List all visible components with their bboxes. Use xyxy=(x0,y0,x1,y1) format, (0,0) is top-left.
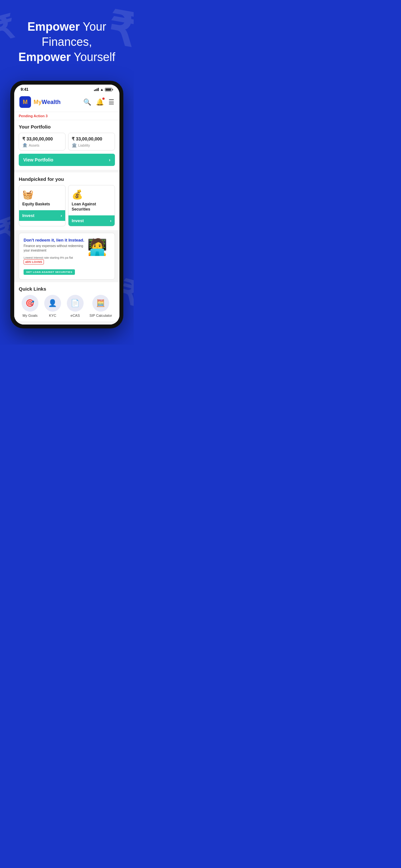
assets-label-text: Assets xyxy=(29,144,39,147)
equity-baskets-icon: 🧺 xyxy=(22,189,62,200)
handpicked-section: Handpicked for you 🧺 Equity Baskets Inve… xyxy=(14,173,120,230)
chevron-right-icon: › xyxy=(109,157,111,162)
quick-link-my-goals[interactable]: 🎯 My Goals xyxy=(22,295,38,317)
pending-action-label: Pending Action xyxy=(19,114,44,118)
page-wrapper: ₹ ₹ ₹ ₹ Empower Your Finances, Empower Y… xyxy=(0,0,134,345)
kyc-label: KYC xyxy=(49,314,57,317)
promo-rate-text: Lowest interest rate starting 8% pa flat xyxy=(24,256,73,259)
view-portfolio-label: View Portfolio xyxy=(23,157,53,162)
page-bottom xyxy=(0,329,134,345)
liability-label-text: Liability xyxy=(78,144,90,147)
logo-area: M MyWealth xyxy=(19,96,61,108)
sip-calculator-label: SIP Calculator xyxy=(89,314,112,317)
loan-securities-card-top: 💰 Loan Against Securities xyxy=(68,185,115,215)
quick-links-title: Quick Links xyxy=(19,286,115,291)
my-goals-icon: 🎯 xyxy=(22,295,38,312)
phone-screen: 9:41 ▲ M xyxy=(14,85,120,324)
quick-link-ecas[interactable]: 📄 eCAS xyxy=(67,295,84,317)
header-icons: 🔍 🔔 ☰ xyxy=(83,98,114,106)
ecas-label: eCAS xyxy=(71,314,80,317)
equity-invest-label: Invest xyxy=(22,213,35,218)
logo-wealth: Wealth xyxy=(42,99,61,105)
status-bar: 9:41 ▲ xyxy=(14,85,120,93)
hero-title-normal2: Yourself xyxy=(71,51,115,64)
my-goals-label: My Goals xyxy=(23,314,37,317)
notification-dot xyxy=(102,97,104,100)
quick-links-grid: 🎯 My Goals 👤 KYC 📄 eCAS 🧮 xyxy=(19,295,115,317)
liability-amount: ₹ 33,00,00,000 xyxy=(72,136,112,142)
hero-title: Empower Your Finances, Empower Yourself xyxy=(10,20,124,65)
hero-section: Empower Your Finances, Empower Yourself xyxy=(0,0,134,74)
pending-action-count: 3 xyxy=(45,114,48,118)
pending-action-bar: Pending Action 3 xyxy=(14,112,120,120)
app-content: Pending Action 3 Your Portfolio ₹ 33,00,… xyxy=(14,112,120,324)
loan-securities-card: 💰 Loan Against Securities Invest › xyxy=(68,185,115,226)
portfolio-title: Your Portfolio xyxy=(19,124,115,129)
kyc-icon: 👤 xyxy=(44,295,61,312)
assets-card: ₹ 33,00,00,000 🏦 Assets xyxy=(19,133,66,151)
view-portfolio-button[interactable]: View Portfolio › xyxy=(19,154,115,166)
promo-cta-button[interactable]: GET LOAN AGAINST SECURITIES xyxy=(24,269,75,275)
app-logo-icon: M xyxy=(19,96,31,108)
phone-mockup: 9:41 ▲ M xyxy=(10,81,123,328)
liability-card: ₹ 33,00,00,000 🏛️ Liability xyxy=(68,133,115,151)
promo-content: Don't redeem it, lien it Instead. Financ… xyxy=(24,238,84,275)
equity-baskets-name: Equity Baskets xyxy=(22,202,62,207)
loan-securities-invest-button[interactable]: Invest › xyxy=(68,215,115,226)
quick-link-sip-calculator[interactable]: 🧮 SIP Calculator xyxy=(89,295,112,317)
liability-icon: 🏛️ xyxy=(72,143,77,148)
logo-my: My xyxy=(34,99,42,105)
equity-baskets-card: 🧺 Equity Baskets Invest › xyxy=(19,185,66,226)
loan-chevron-icon: › xyxy=(110,218,112,223)
status-time: 9:41 xyxy=(21,87,28,92)
assets-amount: ₹ 33,00,00,000 xyxy=(22,136,62,142)
ecas-icon: 📄 xyxy=(67,295,84,312)
battery-icon xyxy=(105,88,113,91)
assets-label: 🏦 Assets xyxy=(22,143,62,148)
liability-label: 🏛️ Liability xyxy=(72,143,112,148)
quick-link-kyc[interactable]: 👤 KYC xyxy=(44,295,61,317)
loan-invest-label: Invest xyxy=(72,218,84,223)
person-illustration: 🧑‍💻 xyxy=(87,238,107,256)
handpicked-cards: 🧺 Equity Baskets Invest › 💰 xyxy=(19,185,115,226)
equity-baskets-card-top: 🧺 Equity Baskets xyxy=(19,185,65,210)
search-icon[interactable]: 🔍 xyxy=(83,98,91,106)
menu-icon[interactable]: ☰ xyxy=(109,98,114,106)
app-header: M MyWealth 🔍 🔔 ☰ xyxy=(14,93,120,112)
quick-links-section: Quick Links 🎯 My Goals 👤 KYC 📄 eCAS xyxy=(14,282,120,321)
handpicked-title: Handpicked for you xyxy=(19,176,115,182)
assets-icon: 🏦 xyxy=(22,143,27,148)
promo-subtitle: Finance any expenses without redeeming y… xyxy=(24,244,84,253)
signal-icon xyxy=(94,88,99,91)
notification-icon[interactable]: 🔔 xyxy=(96,98,104,106)
hero-title-bold2: Empower xyxy=(19,51,71,64)
promo-title: Don't redeem it, lien it Instead. xyxy=(24,238,84,243)
status-icons: ▲ xyxy=(94,88,113,91)
loan-securities-name: Loan Against Securities xyxy=(72,202,112,212)
portfolio-section: Your Portfolio ₹ 33,00,00,000 🏦 Assets ₹… xyxy=(14,120,120,170)
app-logo-text: MyWealth xyxy=(34,99,61,105)
hero-title-bold1: Empower xyxy=(27,20,80,33)
wifi-icon: ▲ xyxy=(100,88,104,91)
loan-securities-icon: 💰 xyxy=(72,189,112,200)
promo-rate: Lowest interest rate starting 8% pa flat… xyxy=(24,256,84,267)
promo-logo: abhi LOANS xyxy=(24,259,44,265)
promo-illustration: 🧑‍💻 xyxy=(84,238,110,256)
sip-calculator-icon: 🧮 xyxy=(92,295,109,312)
promo-banner: Don't redeem it, lien it Instead. Financ… xyxy=(19,233,115,280)
equity-chevron-icon: › xyxy=(61,213,62,218)
portfolio-cards: ₹ 33,00,00,000 🏦 Assets ₹ 33,00,00,000 🏛… xyxy=(19,133,115,151)
equity-baskets-invest-button[interactable]: Invest › xyxy=(19,210,65,221)
